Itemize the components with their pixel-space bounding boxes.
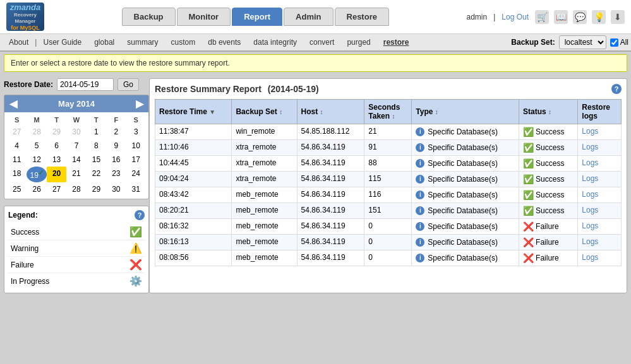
- report-help-icon[interactable]: ?: [611, 84, 622, 94]
- restore-date-input[interactable]: [57, 78, 114, 91]
- subnav: About | User Guide global summary custom…: [0, 34, 631, 52]
- cal-day[interactable]: 5: [27, 139, 46, 153]
- table-row: 08:16:13 meb_remote 54.86.34.119 0 iSpec…: [155, 235, 622, 250]
- backup-set-select[interactable]: localtest: [559, 35, 606, 49]
- go-button[interactable]: Go: [117, 78, 139, 91]
- type-info-icon[interactable]: i: [416, 127, 424, 136]
- cal-day[interactable]: 16: [106, 153, 126, 167]
- cell-host: 54.86.34.119: [297, 250, 364, 266]
- cal-day[interactable]: 12: [27, 153, 46, 167]
- subnav-purged[interactable]: purged: [340, 36, 376, 49]
- tab-monitor[interactable]: Monitor: [177, 8, 231, 26]
- status-text: Failure: [536, 238, 559, 247]
- cal-day[interactable]: 30: [106, 182, 126, 196]
- cal-day[interactable]: 27: [47, 182, 66, 196]
- logs-link[interactable]: Logs: [582, 206, 598, 214]
- cal-day[interactable]: 9: [106, 139, 126, 153]
- cal-day[interactable]: 29: [47, 125, 66, 139]
- subnav-about[interactable]: About: [3, 36, 35, 49]
- subnav-custom[interactable]: custom: [165, 36, 202, 49]
- cal-day[interactable]: 23: [106, 167, 126, 182]
- book-icon[interactable]: 📖: [554, 10, 568, 24]
- cal-day[interactable]: 17: [126, 153, 146, 167]
- sort-arrow: ↕: [548, 109, 551, 115]
- cal-day[interactable]: 4: [7, 139, 27, 153]
- cal-day[interactable]: 30: [66, 125, 86, 139]
- cart-icon[interactable]: 🛒: [535, 10, 549, 24]
- tab-admin[interactable]: Admin: [284, 8, 333, 26]
- col-restore-time[interactable]: Restore Time ▼: [155, 100, 232, 124]
- subnav-restore[interactable]: restore: [377, 36, 416, 49]
- cal-day[interactable]: 21: [66, 167, 86, 182]
- logs-link[interactable]: Logs: [582, 143, 598, 151]
- col-status[interactable]: Status ↕: [519, 100, 578, 124]
- table-row: 08:16:32 meb_remote 54.86.34.119 0 iSpec…: [155, 219, 622, 235]
- type-info-icon[interactable]: i: [416, 238, 424, 247]
- logs-link[interactable]: Logs: [582, 253, 598, 262]
- download-icon[interactable]: ⬇: [611, 10, 625, 24]
- type-info-icon[interactable]: i: [416, 175, 424, 184]
- cal-day[interactable]: 27: [7, 125, 27, 139]
- logs-link[interactable]: Logs: [582, 221, 598, 230]
- logs-link[interactable]: Logs: [582, 158, 598, 167]
- cal-day[interactable]: 28: [27, 125, 46, 139]
- cal-next-button[interactable]: ▶: [136, 98, 143, 110]
- cell-status: ❌Failure: [519, 250, 578, 266]
- cal-day[interactable]: 11: [7, 153, 27, 167]
- tab-report[interactable]: Report: [232, 8, 282, 26]
- cal-day[interactable]: 18: [7, 167, 27, 182]
- cal-day-today[interactable]: 20: [47, 167, 66, 182]
- legend-help-icon[interactable]: ?: [135, 210, 145, 220]
- subnav-user-guide[interactable]: User Guide: [37, 36, 88, 49]
- report-title: Restore Summary Report (2014-05-19): [155, 84, 319, 94]
- cal-day[interactable]: 26: [27, 182, 46, 196]
- tab-restore[interactable]: Restore: [335, 8, 389, 26]
- type-info-icon[interactable]: i: [416, 254, 424, 262]
- cal-day[interactable]: 31: [126, 182, 146, 196]
- cal-day[interactable]: 24: [126, 167, 146, 182]
- type-info-icon[interactable]: i: [416, 206, 424, 215]
- logs-link[interactable]: Logs: [582, 174, 598, 183]
- cal-day[interactable]: 6: [47, 139, 66, 153]
- cal-prev-button[interactable]: ◀: [9, 98, 17, 110]
- type-info-icon[interactable]: i: [416, 159, 424, 168]
- subnav-convert[interactable]: convert: [303, 36, 340, 49]
- col-host[interactable]: Host ↕: [297, 100, 364, 124]
- subnav-summary[interactable]: summary: [121, 36, 164, 49]
- logs-link[interactable]: Logs: [582, 190, 598, 199]
- chat-icon[interactable]: 💬: [573, 10, 587, 24]
- cal-day[interactable]: 25: [7, 182, 27, 196]
- cal-day[interactable]: 14: [66, 153, 86, 167]
- cell-seconds: 151: [364, 203, 412, 219]
- cal-day[interactable]: 15: [87, 153, 106, 167]
- cal-day[interactable]: 29: [87, 182, 106, 196]
- cal-day[interactable]: 22: [87, 167, 106, 182]
- col-seconds[interactable]: SecondsTaken ↕: [364, 100, 412, 124]
- cal-day[interactable]: 3: [126, 125, 146, 139]
- cal-day[interactable]: 28: [66, 182, 86, 196]
- subnav-data-integrity[interactable]: data integrity: [247, 36, 303, 49]
- subnav-db-events[interactable]: db events: [201, 36, 247, 49]
- subnav-global[interactable]: global: [88, 36, 121, 49]
- col-backup-set[interactable]: Backup Set ↕: [232, 100, 297, 124]
- logs-link[interactable]: Logs: [582, 237, 598, 246]
- cal-day[interactable]: 13: [47, 153, 66, 167]
- dow-w: W: [66, 115, 86, 125]
- logs-link[interactable]: Logs: [582, 127, 598, 136]
- legend-progress-label: In Progress: [11, 277, 49, 286]
- cal-day-selected[interactable]: 19✓: [27, 167, 46, 182]
- type-info-icon[interactable]: i: [416, 143, 424, 152]
- col-type[interactable]: Type ↕: [412, 100, 519, 124]
- backup-set-label: Backup Set:: [511, 38, 555, 47]
- type-info-icon[interactable]: i: [416, 222, 424, 231]
- type-info-icon[interactable]: i: [416, 191, 424, 199]
- tab-backup[interactable]: Backup: [122, 8, 176, 26]
- bulb-icon[interactable]: 💡: [592, 10, 606, 24]
- cal-day[interactable]: 8: [87, 139, 106, 153]
- cal-day[interactable]: 7: [66, 139, 86, 153]
- cal-day[interactable]: 1: [87, 125, 106, 139]
- cal-day[interactable]: 10: [126, 139, 146, 153]
- all-checkbox[interactable]: [610, 38, 618, 47]
- cal-day[interactable]: 2: [106, 125, 126, 139]
- logout-link[interactable]: Log Out: [502, 13, 529, 21]
